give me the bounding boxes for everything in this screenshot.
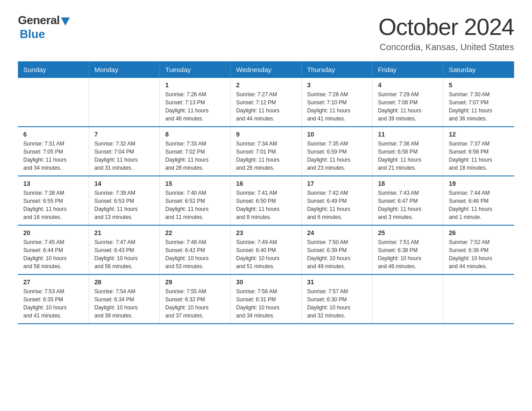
day-number: 30 [236,278,296,286]
calendar-week-row: 20Sunrise: 7:45 AM Sunset: 6:44 PM Dayli… [18,225,514,274]
calendar-cell: 29Sunrise: 7:55 AM Sunset: 6:32 PM Dayli… [160,274,231,324]
logo-general-text: General [18,13,60,27]
weekday-header: Sunday [18,61,89,78]
day-info: Sunrise: 7:31 AM Sunset: 7:05 PM Dayligh… [23,140,83,172]
calendar-cell: 20Sunrise: 7:45 AM Sunset: 6:44 PM Dayli… [18,225,89,274]
day-number: 13 [23,180,83,187]
page-header: General Blue October 2024 Concordia, Kan… [18,13,514,52]
day-number: 8 [165,131,225,138]
day-info: Sunrise: 7:36 AM Sunset: 6:58 PM Dayligh… [378,140,438,172]
day-number: 16 [236,180,296,187]
day-info: Sunrise: 7:37 AM Sunset: 6:56 PM Dayligh… [449,140,509,172]
weekday-header: Saturday [443,61,514,78]
calendar-cell: 10Sunrise: 7:35 AM Sunset: 6:59 PM Dayli… [301,127,372,176]
day-number: 15 [165,180,225,187]
day-number: 25 [378,229,438,236]
day-number: 5 [449,81,509,89]
day-number: 19 [449,180,509,187]
calendar-cell: 31Sunrise: 7:57 AM Sunset: 6:30 PM Dayli… [301,274,372,324]
day-info: Sunrise: 7:35 AM Sunset: 6:59 PM Dayligh… [307,140,367,172]
day-number: 9 [236,131,296,138]
day-info: Sunrise: 7:54 AM Sunset: 6:34 PM Dayligh… [94,287,154,320]
calendar-week-row: 6Sunrise: 7:31 AM Sunset: 7:05 PM Daylig… [18,127,514,176]
calendar-cell: 26Sunrise: 7:52 AM Sunset: 6:36 PM Dayli… [443,225,514,274]
day-number: 18 [378,180,438,187]
day-number: 23 [236,229,296,236]
day-info: Sunrise: 7:39 AM Sunset: 6:53 PM Dayligh… [94,189,154,221]
calendar-cell [18,78,89,127]
day-info: Sunrise: 7:48 AM Sunset: 6:42 PM Dayligh… [165,238,225,270]
day-info: Sunrise: 7:44 AM Sunset: 6:46 PM Dayligh… [449,189,509,221]
calendar-cell: 13Sunrise: 7:38 AM Sunset: 6:55 PM Dayli… [18,176,89,225]
day-number: 6 [23,131,83,138]
day-number: 2 [236,81,296,89]
calendar-cell: 30Sunrise: 7:56 AM Sunset: 6:31 PM Dayli… [231,274,301,324]
weekday-header: Thursday [301,61,372,78]
calendar-cell: 11Sunrise: 7:36 AM Sunset: 6:58 PM Dayli… [372,127,443,176]
location: Concordia, Kansas, United States [378,42,514,52]
calendar-week-row: 1Sunrise: 7:26 AM Sunset: 7:13 PM Daylig… [18,78,514,127]
logo-arrow-icon [61,17,70,26]
weekday-header: Wednesday [231,61,301,78]
calendar-header-row: SundayMondayTuesdayWednesdayThursdayFrid… [18,61,514,78]
calendar-cell [372,274,443,324]
calendar-cell: 27Sunrise: 7:53 AM Sunset: 6:35 PM Dayli… [18,274,89,324]
calendar-cell: 7Sunrise: 7:32 AM Sunset: 7:04 PM Daylig… [89,127,159,176]
day-info: Sunrise: 7:34 AM Sunset: 7:01 PM Dayligh… [236,140,296,172]
day-info: Sunrise: 7:40 AM Sunset: 6:52 PM Dayligh… [165,189,225,221]
day-number: 27 [23,278,83,286]
calendar-table: SundayMondayTuesdayWednesdayThursdayFrid… [18,61,514,324]
calendar-cell: 9Sunrise: 7:34 AM Sunset: 7:01 PM Daylig… [231,127,301,176]
calendar-cell: 25Sunrise: 7:51 AM Sunset: 6:38 PM Dayli… [372,225,443,274]
day-info: Sunrise: 7:43 AM Sunset: 6:47 PM Dayligh… [378,189,438,221]
calendar-cell: 2Sunrise: 7:27 AM Sunset: 7:12 PM Daylig… [231,78,301,127]
weekday-header: Friday [372,61,443,78]
day-info: Sunrise: 7:51 AM Sunset: 6:38 PM Dayligh… [378,238,438,270]
day-number: 28 [94,278,154,286]
day-info: Sunrise: 7:30 AM Sunset: 7:07 PM Dayligh… [449,90,509,123]
calendar-cell: 18Sunrise: 7:43 AM Sunset: 6:47 PM Dayli… [372,176,443,225]
weekday-header: Monday [89,61,159,78]
day-info: Sunrise: 7:55 AM Sunset: 6:32 PM Dayligh… [165,287,225,320]
calendar-cell: 22Sunrise: 7:48 AM Sunset: 6:42 PM Dayli… [160,225,231,274]
calendar-cell: 8Sunrise: 7:33 AM Sunset: 7:02 PM Daylig… [160,127,231,176]
day-number: 29 [165,278,225,286]
day-number: 12 [449,131,509,138]
calendar-cell: 17Sunrise: 7:42 AM Sunset: 6:49 PM Dayli… [301,176,372,225]
calendar-cell: 19Sunrise: 7:44 AM Sunset: 6:46 PM Dayli… [443,176,514,225]
calendar-cell: 28Sunrise: 7:54 AM Sunset: 6:34 PM Dayli… [89,274,159,324]
day-info: Sunrise: 7:27 AM Sunset: 7:12 PM Dayligh… [236,90,296,123]
calendar-cell: 5Sunrise: 7:30 AM Sunset: 7:07 PM Daylig… [443,78,514,127]
calendar-cell: 23Sunrise: 7:49 AM Sunset: 6:40 PM Dayli… [231,225,301,274]
logo: General Blue [18,13,70,41]
day-info: Sunrise: 7:32 AM Sunset: 7:04 PM Dayligh… [94,140,154,172]
day-info: Sunrise: 7:38 AM Sunset: 6:55 PM Dayligh… [23,189,83,221]
day-number: 14 [94,180,154,187]
day-info: Sunrise: 7:49 AM Sunset: 6:40 PM Dayligh… [236,238,296,270]
day-info: Sunrise: 7:52 AM Sunset: 6:36 PM Dayligh… [449,238,509,270]
weekday-header: Tuesday [160,61,231,78]
day-info: Sunrise: 7:45 AM Sunset: 6:44 PM Dayligh… [23,238,83,270]
title-section: October 2024 Concordia, Kansas, United S… [378,13,514,52]
calendar-cell: 4Sunrise: 7:29 AM Sunset: 7:08 PM Daylig… [372,78,443,127]
day-info: Sunrise: 7:28 AM Sunset: 7:10 PM Dayligh… [307,90,367,123]
day-info: Sunrise: 7:50 AM Sunset: 6:39 PM Dayligh… [307,238,367,270]
day-number: 4 [378,81,438,89]
day-number: 24 [307,229,367,236]
calendar-cell: 3Sunrise: 7:28 AM Sunset: 7:10 PM Daylig… [301,78,372,127]
day-number: 17 [307,180,367,187]
day-number: 26 [449,229,509,236]
day-info: Sunrise: 7:33 AM Sunset: 7:02 PM Dayligh… [165,140,225,172]
day-info: Sunrise: 7:26 AM Sunset: 7:13 PM Dayligh… [165,90,225,123]
day-number: 31 [307,278,367,286]
calendar-cell [443,274,514,324]
day-number: 11 [378,131,438,138]
calendar-cell [89,78,159,127]
day-info: Sunrise: 7:57 AM Sunset: 6:30 PM Dayligh… [307,287,367,320]
day-info: Sunrise: 7:53 AM Sunset: 6:35 PM Dayligh… [23,287,83,320]
day-number: 1 [165,81,225,89]
calendar-cell: 21Sunrise: 7:47 AM Sunset: 6:43 PM Dayli… [89,225,159,274]
day-info: Sunrise: 7:41 AM Sunset: 6:50 PM Dayligh… [236,189,296,221]
logo-blue-text: Blue [20,27,45,41]
calendar-cell: 6Sunrise: 7:31 AM Sunset: 7:05 PM Daylig… [18,127,89,176]
